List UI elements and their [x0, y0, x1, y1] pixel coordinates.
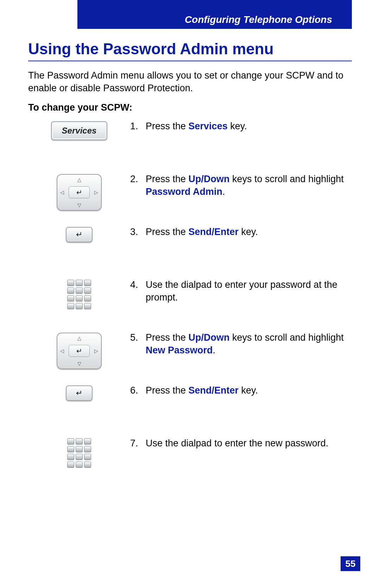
step-icon-cell: △▽◁▷↵: [28, 173, 130, 211]
step-text-fragment: Press the: [146, 332, 189, 343]
enter-key-icon: ↵: [66, 385, 93, 401]
step-text: 6.Press the Send/Enter key.: [130, 384, 352, 397]
step-icon-cell: ↵: [28, 384, 130, 401]
step-text: 1.Press the Services key.: [130, 120, 352, 132]
step-text-fragment: key.: [239, 227, 258, 237]
step-icon-cell: [28, 437, 130, 468]
dialpad-icon: [67, 438, 91, 468]
step-row: ↵3.Press the Send/Enter key.: [28, 225, 352, 270]
keyword: Up/Down: [189, 332, 230, 343]
step-number: 3.: [130, 225, 146, 238]
step-number: 5.: [130, 331, 146, 357]
steps-list: Services1.Press the Services key.△▽◁▷↵2.…: [28, 120, 352, 490]
step-icon-cell: [28, 278, 130, 309]
intro-paragraph: The Password Admin menu allows you to se…: [28, 69, 352, 95]
subheading: To change your SCPW:: [28, 102, 132, 113]
step-number: 6.: [130, 384, 146, 397]
step-row: Services1.Press the Services key.: [28, 120, 352, 164]
step-number: 2.: [130, 173, 146, 198]
step-body: Press the Up/Down keys to scroll and hig…: [146, 173, 352, 198]
keyword: Password Admin: [146, 186, 222, 197]
step-text: 7.Use the dialpad to enter the new passw…: [130, 437, 352, 450]
keyword: New Password: [146, 345, 213, 355]
step-body: Use the dialpad to enter the new passwor…: [146, 437, 328, 450]
step-number: 1.: [130, 120, 146, 132]
step-number: 7.: [130, 437, 146, 450]
title-divider: [28, 61, 352, 61]
step-text-fragment: Press the: [146, 227, 189, 237]
section-title: Configuring Telephone Options: [185, 14, 332, 25]
step-text-fragment: Use the dialpad to enter the new passwor…: [146, 438, 328, 448]
step-text-fragment: Press the: [146, 174, 189, 184]
step-text-fragment: keys to scroll and highlight: [230, 332, 344, 343]
step-row: ↵6.Press the Send/Enter key.: [28, 384, 352, 428]
enter-key-icon: ↵: [66, 227, 93, 242]
step-text-fragment: key.: [228, 121, 247, 131]
step-body: Use the dialpad to enter your password a…: [146, 278, 352, 304]
step-body: Press the Send/Enter key.: [146, 225, 258, 238]
navigation-pad-icon: △▽◁▷↵: [57, 174, 102, 211]
step-text: 4.Use the dialpad to enter your password…: [130, 278, 352, 304]
header-band: Configuring Telephone Options: [77, 0, 352, 29]
step-text-fragment: .: [213, 345, 216, 355]
keyword: Services: [189, 121, 228, 131]
dialpad-icon: [67, 280, 91, 309]
step-text: 3.Press the Send/Enter key.: [130, 225, 352, 238]
step-text: 2.Press the Up/Down keys to scroll and h…: [130, 173, 352, 198]
page-title: Using the Password Admin menu: [28, 40, 274, 58]
step-row: 4.Use the dialpad to enter your password…: [28, 278, 352, 323]
step-text-fragment: keys to scroll and highlight: [230, 174, 344, 184]
step-text-fragment: Use the dialpad to enter your password a…: [146, 279, 337, 303]
step-text-fragment: Press the: [146, 385, 189, 396]
step-text-fragment: key.: [239, 385, 258, 396]
keyword: Up/Down: [189, 174, 230, 184]
step-icon-cell: ↵: [28, 225, 130, 242]
step-body: Press the Up/Down keys to scroll and hig…: [146, 331, 352, 357]
step-row: 7.Use the dialpad to enter the new passw…: [28, 437, 352, 481]
keyword: Send/Enter: [189, 385, 239, 396]
step-icon-cell: △▽◁▷↵: [28, 331, 130, 369]
keyword: Send/Enter: [189, 227, 239, 237]
step-row: △▽◁▷↵5.Press the Up/Down keys to scroll …: [28, 331, 352, 376]
document-page: Configuring Telephone Options Using the …: [0, 0, 380, 588]
navigation-pad-icon: △▽◁▷↵: [57, 333, 102, 369]
step-body: Press the Services key.: [146, 120, 247, 132]
step-text-fragment: .: [222, 186, 225, 197]
step-icon-cell: Services: [28, 120, 130, 140]
page-number: 55: [341, 556, 360, 571]
step-text: 5.Press the Up/Down keys to scroll and h…: [130, 331, 352, 357]
services-key-icon: Services: [51, 121, 107, 140]
step-body: Press the Send/Enter key.: [146, 384, 258, 397]
step-text-fragment: Press the: [146, 121, 189, 131]
step-row: △▽◁▷↵2.Press the Up/Down keys to scroll …: [28, 173, 352, 217]
step-number: 4.: [130, 278, 146, 304]
